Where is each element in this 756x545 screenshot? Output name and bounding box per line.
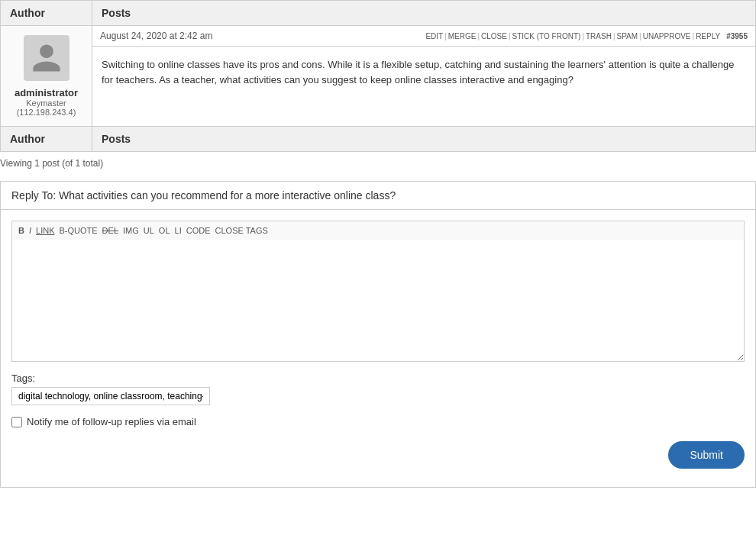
reply-title: Reply To: What activities can you recomm… — [1, 182, 755, 210]
post-body: Switching to online classes have its pro… — [92, 47, 755, 126]
user-avatar-icon — [30, 41, 63, 75]
tags-section: Tags: — [11, 372, 745, 405]
tags-label: Tags: — [11, 372, 745, 384]
notify-checkbox[interactable] — [11, 417, 22, 427]
toolbar-link[interactable]: LINK — [36, 226, 54, 235]
avatar — [24, 35, 69, 81]
toolbar-del[interactable]: DEL — [102, 226, 118, 235]
sep6: | — [639, 32, 641, 40]
post-date-bar: August 24, 2020 at 2:42 am EDIT | MERGE … — [92, 26, 755, 47]
sep5: | — [613, 32, 615, 40]
sep2: | — [477, 32, 480, 40]
toolbar-ul[interactable]: UL — [144, 226, 154, 235]
table-header-top: Author Posts — [0, 0, 756, 25]
post-actions: EDIT | MERGE | CLOSE | STICK (TO FRONT) … — [425, 32, 748, 40]
toolbar-bquote[interactable]: B-QUOTE — [59, 226, 97, 235]
toolbar-img[interactable]: IMG — [123, 226, 139, 235]
post-date: August 24, 2020 at 2:42 am — [100, 31, 212, 41]
notify-row: Notify me of follow-up replies via email — [11, 416, 745, 427]
toolbar-code[interactable]: CODE — [186, 226, 211, 235]
trash-action[interactable]: TRASH — [586, 32, 612, 40]
tags-input[interactable] — [11, 387, 210, 405]
author-ip: (112.198.243.4) — [17, 108, 76, 117]
author-username: administrator — [15, 87, 78, 98]
reply-textarea[interactable] — [11, 240, 745, 362]
viewing-info: Viewing 1 post (of 1 total) — [0, 152, 756, 175]
col-posts-label: Posts — [92, 1, 140, 25]
sep1: | — [444, 32, 447, 40]
author-role: Keymaster — [26, 98, 66, 108]
sep4: | — [582, 32, 584, 40]
toolbar-ol[interactable]: OL — [159, 226, 170, 235]
merge-action[interactable]: MERGE — [448, 32, 477, 40]
notify-label: Notify me of follow-up replies via email — [27, 416, 196, 427]
sep3: | — [509, 32, 511, 40]
author-meta-col: administrator Keymaster (112.198.243.4) — [1, 26, 92, 126]
post-row: administrator Keymaster (112.198.243.4) … — [0, 25, 756, 126]
edit-action[interactable]: EDIT — [425, 32, 443, 40]
submit-button[interactable]: Submit — [668, 441, 745, 469]
submit-row: Submit — [11, 441, 745, 476]
reply-action[interactable]: REPLY — [696, 32, 720, 40]
toolbar-close-tags[interactable]: CLOSE TAGS — [215, 226, 268, 235]
col-author-label: Author — [1, 1, 92, 25]
unapprove-action[interactable]: UNAPPROVE — [643, 32, 691, 40]
col-author-bottom-label: Author — [1, 127, 92, 151]
post-id: #3955 — [726, 32, 748, 40]
toolbar-li[interactable]: LI — [175, 226, 182, 235]
stick-action[interactable]: STICK (TO FRONT) — [512, 32, 581, 40]
sep7: | — [693, 32, 695, 40]
editor-toolbar: B I LINK B-QUOTE DEL IMG UL OL LI CODE C… — [11, 221, 745, 240]
post-content-col: August 24, 2020 at 2:42 am EDIT | MERGE … — [92, 26, 755, 126]
toolbar-bold[interactable]: B — [18, 226, 24, 235]
spam-action[interactable]: SPAM — [617, 32, 638, 40]
reply-section: Reply To: What activities can you recomm… — [0, 181, 756, 488]
table-header-bottom: Author Posts — [0, 126, 756, 152]
toolbar-italic[interactable]: I — [29, 226, 31, 235]
reply-body: B I LINK B-QUOTE DEL IMG UL OL LI CODE C… — [1, 210, 755, 487]
col-posts-bottom-label: Posts — [92, 127, 140, 151]
close-action[interactable]: CLOSE — [481, 32, 507, 40]
